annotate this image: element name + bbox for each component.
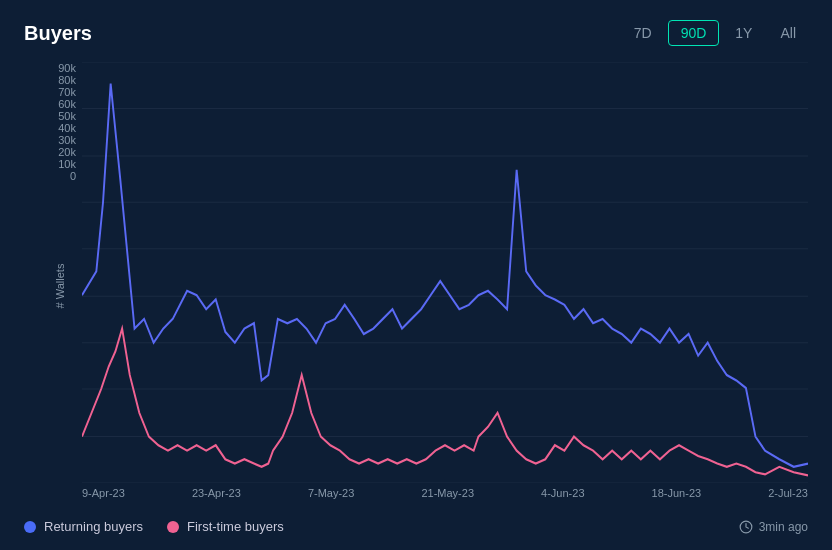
update-time-label: 3min ago: [759, 520, 808, 534]
chart-header: Buyers 7D 90D 1Y All: [24, 20, 808, 46]
x-label-3: 21-May-23: [421, 487, 474, 507]
filter-90d[interactable]: 90D: [668, 20, 720, 46]
chart-area: # Wallets 90k 80k 70k 60k 50k 40k 30k 20…: [24, 62, 808, 507]
x-axis: 9-Apr-23 23-Apr-23 7-May-23 21-May-23 4-…: [82, 483, 808, 507]
legend-first-time: First-time buyers: [167, 519, 284, 534]
y-axis: 90k 80k 70k 60k 50k 40k 30k 20k 10k 0: [34, 62, 82, 212]
x-label-6: 2-Jul-23: [768, 487, 808, 507]
legend-items: Returning buyers First-time buyers: [24, 519, 284, 534]
first-time-dot: [167, 521, 179, 533]
main-container: Buyers 7D 90D 1Y All # Wallets 90k 80k 7…: [0, 0, 832, 550]
chart-body: 9-Apr-23 23-Apr-23 7-May-23 21-May-23 4-…: [82, 62, 808, 507]
first-time-label: First-time buyers: [187, 519, 284, 534]
chart-svg-container: [82, 62, 808, 483]
legend-returning: Returning buyers: [24, 519, 143, 534]
chart-title: Buyers: [24, 22, 92, 45]
x-label-0: 9-Apr-23: [82, 487, 125, 507]
x-label-1: 23-Apr-23: [192, 487, 241, 507]
x-label-5: 18-Jun-23: [652, 487, 702, 507]
update-time: 3min ago: [739, 520, 808, 534]
returning-label: Returning buyers: [44, 519, 143, 534]
first-time-buyers-line: [82, 329, 808, 476]
chart-legend: Returning buyers First-time buyers 3min …: [24, 507, 808, 534]
filter-7d[interactable]: 7D: [622, 21, 664, 45]
time-filter-group: 7D 90D 1Y All: [622, 20, 808, 46]
filter-all[interactable]: All: [768, 21, 808, 45]
clock-icon: [739, 520, 753, 534]
x-label-4: 4-Jun-23: [541, 487, 584, 507]
returning-dot: [24, 521, 36, 533]
returning-buyers-line: [82, 84, 808, 467]
filter-1y[interactable]: 1Y: [723, 21, 764, 45]
x-label-2: 7-May-23: [308, 487, 354, 507]
chart-svg: [82, 62, 808, 483]
y-axis-label: # Wallets: [54, 246, 66, 326]
